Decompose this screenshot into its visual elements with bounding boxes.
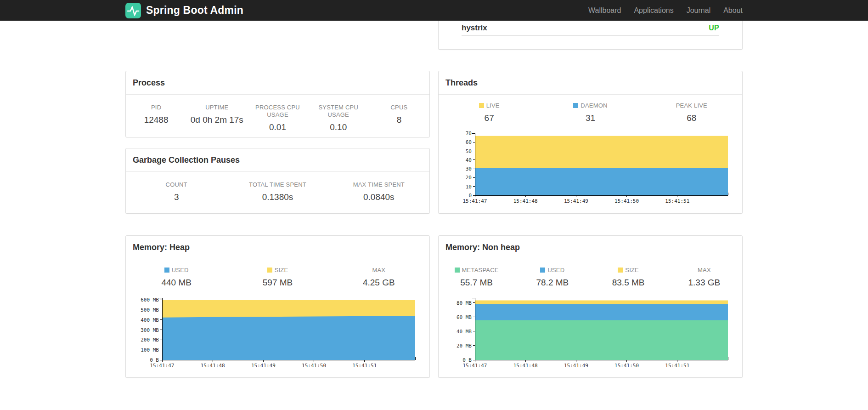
stat-label: METASPACE xyxy=(439,267,514,274)
gc-stats: COUNT 3 TOTAL TIME SPENT 0.1380s MAX TIM… xyxy=(126,172,429,202)
memory-nonheap-panel-heading: Memory: Non heap xyxy=(439,236,742,259)
stat-nonheap-metaspace: METASPACE 55.7 MB xyxy=(439,267,514,288)
stat-nonheap-size: SIZE 83.5 MB xyxy=(591,267,666,288)
legend-swatch-size xyxy=(267,268,272,273)
svg-text:40 MB: 40 MB xyxy=(457,329,472,335)
svg-text:15:41:49: 15:41:49 xyxy=(564,198,588,204)
stat-value: 597 MB xyxy=(227,278,328,288)
svg-text:60: 60 xyxy=(466,139,472,145)
stat-system-cpu: SYSTEM CPU USAGE 0.10 xyxy=(308,104,369,132)
svg-text:300 MB: 300 MB xyxy=(141,327,159,333)
svg-text:15:41:51: 15:41:51 xyxy=(665,198,689,204)
gc-panel-title: Garbage Collection Pauses xyxy=(133,155,240,165)
threads-panel: Threads LIVE 67 DAEMON 31 PEAK LIVE xyxy=(438,71,743,214)
svg-text:15:41:48: 15:41:48 xyxy=(513,198,538,204)
svg-text:10: 10 xyxy=(466,184,472,190)
nav-link-applications[interactable]: Applications xyxy=(634,6,673,15)
memory-nonheap-panel-title: Memory: Non heap xyxy=(445,243,520,252)
threads-chart: 01020304050607015:41:4715:41:4815:41:491… xyxy=(449,131,732,206)
nav-links: Wallboard Applications Journal About xyxy=(588,6,743,15)
nav-link-journal[interactable]: Journal xyxy=(687,6,710,15)
process-panel-heading: Process xyxy=(126,71,429,95)
legend-swatch-used xyxy=(540,268,545,273)
stat-label: PEAK LIVE xyxy=(641,102,742,109)
svg-text:15:41:51: 15:41:51 xyxy=(665,363,689,369)
svg-text:15:41:50: 15:41:50 xyxy=(614,363,639,369)
stat-label: SIZE xyxy=(227,267,328,274)
stat-label: MAX TIME SPENT xyxy=(328,181,429,188)
stat-pid: PID 12488 xyxy=(126,104,186,132)
svg-text:40: 40 xyxy=(466,157,472,163)
stat-cpus: CPUS 8 xyxy=(369,104,429,132)
stat-process-cpu: PROCESS CPU USAGE 0.01 xyxy=(247,104,308,132)
right-column: hystrix UP Threads LIVE 67 DAEMON xyxy=(438,21,743,378)
stat-label: LIVE xyxy=(439,102,540,109)
memory-nonheap-chart: 0 B20 MB40 MB60 MB80 MB15:41:4715:41:481… xyxy=(449,295,732,371)
svg-text:15:41:48: 15:41:48 xyxy=(513,363,538,369)
process-stats: PID 12488 UPTIME 0d 0h 2m 17s PROCESS CP… xyxy=(126,95,429,132)
svg-text:15:41:51: 15:41:51 xyxy=(352,363,377,369)
stat-gc-total-time: TOTAL TIME SPENT 0.1380s xyxy=(227,181,328,202)
stat-threads-daemon: DAEMON 31 xyxy=(540,102,641,123)
svg-text:200 MB: 200 MB xyxy=(141,337,159,343)
threads-panel-title: Threads xyxy=(445,78,478,87)
gc-panel: Garbage Collection Pauses COUNT 3 TOTAL … xyxy=(125,148,430,214)
stat-value: 12488 xyxy=(126,115,186,125)
legend-label: USED xyxy=(547,267,564,273)
svg-text:20: 20 xyxy=(466,175,472,181)
svg-text:20 MB: 20 MB xyxy=(457,343,472,349)
svg-text:15:41:47: 15:41:47 xyxy=(150,363,175,369)
left-column: Process PID 12488 UPTIME 0d 0h 2m 17s PR… xyxy=(125,21,430,378)
nav-link-wallboard[interactable]: Wallboard xyxy=(588,6,621,15)
svg-text:500 MB: 500 MB xyxy=(141,307,159,313)
stat-value: 3 xyxy=(126,192,227,202)
stat-label: UPTIME xyxy=(186,104,247,111)
brand-title: Spring Boot Admin xyxy=(146,4,243,17)
process-panel-title: Process xyxy=(133,78,165,87)
svg-text:50: 50 xyxy=(466,148,472,154)
stat-label: PROCESS CPU USAGE xyxy=(247,104,308,119)
app-logo-icon xyxy=(125,3,141,18)
health-panel-partial: hystrix UP xyxy=(438,21,743,50)
stat-uptime: UPTIME 0d 0h 2m 17s xyxy=(186,104,247,132)
threads-panel-heading: Threads xyxy=(439,71,742,95)
stat-label: USED xyxy=(514,267,590,274)
legend-swatch-size xyxy=(618,268,623,273)
legend-label: LIVE xyxy=(486,102,500,109)
memory-heap-legend: USED 440 MB SIZE 597 MB MAX 4.25 GB xyxy=(126,259,429,288)
stat-value: 8 xyxy=(369,115,429,125)
process-panel: Process PID 12488 UPTIME 0d 0h 2m 17s PR… xyxy=(125,71,430,137)
stat-label: MAX xyxy=(328,267,429,274)
stat-heap-used: USED 440 MB xyxy=(126,267,227,288)
stat-nonheap-used: USED 78.2 MB xyxy=(514,267,590,288)
nav-link-about[interactable]: About xyxy=(723,6,743,15)
legend-label: SIZE xyxy=(625,267,639,273)
stat-value: 83.5 MB xyxy=(591,278,666,288)
svg-text:15:41:50: 15:41:50 xyxy=(614,198,639,204)
stat-value: 78.2 MB xyxy=(514,278,590,288)
svg-text:15:41:48: 15:41:48 xyxy=(201,363,225,369)
gc-panel-heading: Garbage Collection Pauses xyxy=(126,148,429,172)
stat-label: COUNT xyxy=(126,181,227,188)
legend-swatch-used xyxy=(164,268,169,273)
stat-value: 4.25 GB xyxy=(328,278,429,288)
stat-gc-count: COUNT 3 xyxy=(126,181,227,202)
stat-value: 68 xyxy=(641,113,742,123)
svg-text:80 MB: 80 MB xyxy=(457,300,472,306)
stat-value: 440 MB xyxy=(126,278,227,288)
legend-swatch-daemon xyxy=(573,103,578,108)
svg-text:600 MB: 600 MB xyxy=(141,297,159,303)
svg-text:15:41:47: 15:41:47 xyxy=(463,198,487,204)
stat-value: 1.33 GB xyxy=(666,278,742,288)
stat-gc-max-time: MAX TIME SPENT 0.0840s xyxy=(328,181,429,202)
legend-swatch-live xyxy=(479,103,484,108)
stat-heap-max: MAX 4.25 GB xyxy=(328,267,429,288)
svg-text:100 MB: 100 MB xyxy=(141,347,159,353)
svg-text:70: 70 xyxy=(466,131,472,137)
stat-label: SYSTEM CPU USAGE xyxy=(308,104,369,119)
navbar: Spring Boot Admin Wallboard Applications… xyxy=(0,0,868,21)
brand[interactable]: Spring Boot Admin xyxy=(125,3,243,18)
navbar-inner: Spring Boot Admin Wallboard Applications… xyxy=(125,0,743,21)
status-badge-up: UP xyxy=(709,24,719,32)
svg-text:60 MB: 60 MB xyxy=(457,314,472,320)
